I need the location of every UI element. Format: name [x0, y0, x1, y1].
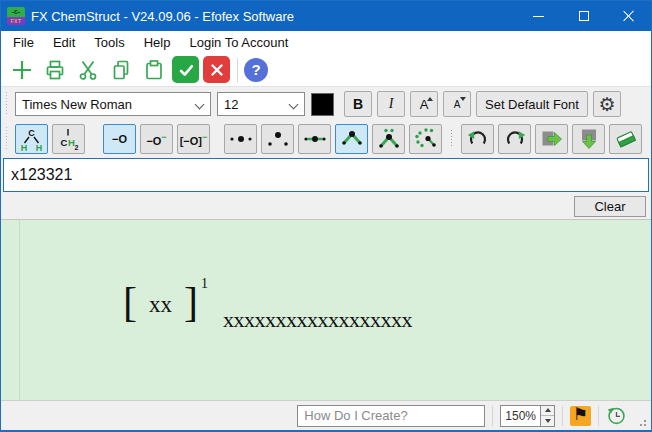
gear-icon: ⚙ — [598, 95, 615, 114]
zoom-increase-button[interactable] — [541, 406, 554, 417]
chemical-structure: [ xx ] 1 xxxxxxxxxxxxxxxxxx — [123, 280, 205, 324]
redo-button[interactable] — [498, 124, 531, 154]
bracket-open: [ — [123, 280, 137, 324]
set-default-font-button[interactable]: Set Default Font — [476, 91, 588, 117]
font-family-select[interactable]: Times New Roman — [15, 92, 211, 116]
status-separator — [492, 406, 493, 426]
apply-button[interactable] — [172, 56, 199, 83]
caret-down-icon — [460, 97, 466, 101]
italic-button[interactable]: I — [377, 91, 405, 117]
toolbar-gripper[interactable] — [5, 127, 9, 151]
flag-button[interactable]: ⚑ — [570, 406, 591, 426]
all-lone-pairs-icon — [413, 127, 439, 151]
menu-item-edit[interactable]: Edit — [45, 33, 83, 52]
check-icon — [176, 60, 196, 80]
structure-canvas[interactable]: [ xx ] 1 xxxxxxxxxxxxxxxxxx — [1, 219, 651, 400]
history-clock-icon — [606, 405, 627, 426]
eraser-icon — [613, 127, 639, 151]
superscript-minus: − — [161, 132, 166, 142]
status-separator — [562, 406, 563, 426]
triangle-up-icon — [545, 408, 551, 412]
menu-item-tools[interactable]: Tools — [86, 33, 132, 52]
font-size-value: 12 — [224, 97, 238, 112]
app-icon: -c- FXT — [7, 7, 25, 25]
font-color-swatch[interactable] — [311, 93, 334, 116]
minimize-button[interactable] — [516, 1, 561, 31]
history-button[interactable] — [606, 405, 627, 426]
cut-button[interactable] — [73, 55, 103, 85]
undo-button[interactable] — [461, 124, 494, 154]
export-right-button[interactable] — [535, 124, 568, 154]
decrease-font-button[interactable]: A — [443, 91, 471, 117]
maximize-button[interactable] — [561, 1, 606, 31]
new-plus-icon — [10, 58, 34, 82]
increase-font-button[interactable]: A — [410, 91, 438, 117]
export-down-button[interactable] — [572, 124, 605, 154]
dots-linear-button[interactable] — [224, 124, 257, 154]
italic-label: I — [389, 96, 394, 112]
arrow-down-icon — [576, 127, 602, 151]
status-separator — [598, 406, 599, 426]
help-button[interactable]: ? — [244, 58, 268, 82]
bold-button[interactable]: B — [344, 91, 372, 117]
toolbar-gripper[interactable] — [5, 92, 9, 116]
hydrogens-shown-button[interactable]: C H H — [15, 124, 48, 154]
app-window: -c- FXT FX ChemStruct - V24.09.06 - Efof… — [0, 0, 652, 432]
paste-icon — [142, 58, 166, 82]
clear-button[interactable]: Clear — [574, 196, 646, 217]
menu-item-help[interactable]: Help — [136, 33, 179, 52]
new-button[interactable] — [7, 55, 37, 85]
zoom-decrease-button[interactable] — [541, 416, 554, 426]
font-size-select[interactable]: 12 — [217, 92, 305, 116]
svg-text:C: C — [61, 137, 68, 148]
resize-grip[interactable] — [635, 415, 647, 427]
oxygen-label: −O — [112, 133, 127, 145]
status-bar: 150% ⚑ — [1, 400, 651, 430]
bonds-linear-button[interactable] — [298, 124, 331, 154]
bonds-bent-button[interactable] — [335, 124, 368, 154]
paste-button[interactable] — [139, 55, 169, 85]
menu-item-login[interactable]: Login To Account — [181, 33, 296, 52]
eraser-button[interactable] — [609, 124, 642, 154]
how-do-i-create-input[interactable] — [297, 405, 485, 427]
bracket-close: ] — [184, 280, 198, 324]
window-title: FX ChemStruct - V24.09.06 - Efofex Softw… — [31, 9, 516, 24]
chevron-down-icon — [196, 100, 204, 108]
arrow-right-icon — [539, 127, 565, 151]
ch2-group-icon: C H 2 — [55, 127, 82, 152]
svg-text:2: 2 — [75, 144, 79, 151]
cancel-button[interactable] — [203, 56, 230, 83]
dots-bent-button[interactable] — [261, 124, 294, 154]
copy-button[interactable] — [106, 55, 136, 85]
set-default-font-label: Set Default Font — [485, 97, 579, 112]
all-lone-pairs-button[interactable] — [409, 124, 442, 154]
zoom-spinner[interactable]: 150% — [500, 405, 555, 427]
main-toolbar: ? — [1, 53, 651, 87]
zoom-value: 150% — [501, 406, 540, 426]
app-icon-molecule: -c- — [7, 7, 25, 17]
font-toolbar: Times New Roman 12 B I A A Set Default F… — [1, 87, 651, 121]
hydrogens-grouped-button[interactable]: C H 2 — [52, 124, 85, 154]
lone-pair-button[interactable] — [372, 124, 405, 154]
group-superscript: 1 — [201, 276, 208, 292]
charge-bracketed-button[interactable]: [−O]− — [177, 124, 210, 154]
carbon-hydrogens-icon: C H H — [18, 127, 45, 152]
close-button[interactable] — [606, 1, 651, 31]
dots-bent-icon — [265, 127, 291, 151]
bold-label: B — [353, 96, 363, 112]
charge-shown-button[interactable]: −O− — [140, 124, 173, 154]
zoom-spin-arrows — [540, 406, 554, 426]
flag-icon: ⚑ — [573, 406, 588, 423]
help-icon: ? — [251, 61, 260, 78]
print-button[interactable] — [40, 55, 70, 85]
toolbar-separator — [450, 130, 453, 148]
chevron-down-icon — [290, 100, 298, 108]
charge-none-button[interactable]: −O — [103, 124, 136, 154]
font-settings-button[interactable]: ⚙ — [593, 91, 621, 117]
redo-icon — [502, 127, 528, 151]
menu-item-file[interactable]: File — [5, 33, 42, 52]
chem-toolbar: C H H C H 2 −O −O− [−O]− — [1, 121, 651, 157]
expression-input[interactable] — [3, 158, 649, 192]
bonds-linear-icon — [302, 127, 328, 151]
title-bar[interactable]: -c- FXT FX ChemStruct - V24.09.06 - Efof… — [1, 1, 651, 31]
